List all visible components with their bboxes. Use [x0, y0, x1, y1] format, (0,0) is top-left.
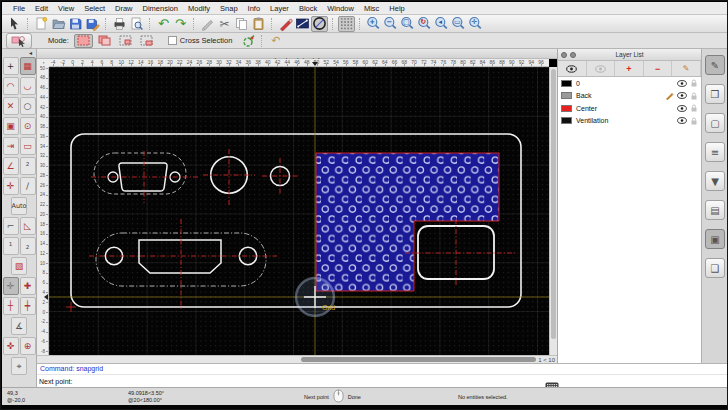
coordinate-polar-button[interactable]: ◺ — [20, 217, 36, 235]
edit-pencil-button[interactable] — [199, 16, 216, 32]
cut-button[interactable]: ✂ — [216, 16, 233, 32]
restrict-horizontal-button[interactable]: ┼ — [3, 297, 19, 315]
new-drawing-button[interactable] — [33, 16, 50, 32]
menu-block[interactable]: Block — [294, 4, 322, 13]
draw-circle-button[interactable] — [311, 16, 328, 32]
dock-command-button[interactable]: ▼ — [705, 171, 725, 191]
vertical-scrollbar[interactable] — [549, 67, 557, 355]
horizontal-scrollbar-thumb[interactable] — [301, 357, 536, 362]
restrict-orthogonal-button[interactable]: ✚ — [20, 277, 36, 295]
save-button[interactable] — [67, 16, 84, 32]
menu-draw[interactable]: Draw — [110, 4, 138, 13]
snap-cross-button[interactable]: ✛ — [3, 177, 19, 195]
coordinate-cartesian-button[interactable]: ⌐ — [3, 217, 19, 235]
snap-center-button[interactable]: ⊙ — [20, 117, 36, 135]
layer-visibility-icon[interactable] — [677, 80, 687, 87]
hide-all-layers-button[interactable] — [587, 61, 616, 76]
snap-order-button[interactable]: ² — [20, 157, 36, 175]
select-invert-button[interactable] — [137, 34, 156, 48]
sidebar-collapse-arrow[interactable]: ◂ — [2, 49, 36, 57]
zoom-auto-button[interactable]: ▢ — [399, 16, 416, 32]
snap-distance-button[interactable]: ⇥ — [3, 137, 19, 155]
dock-block-list-button[interactable]: ▤ — [705, 200, 725, 220]
layer-row[interactable]: Ventilation — [558, 115, 701, 128]
menu-file[interactable]: File — [8, 4, 30, 13]
layer-visibility-icon[interactable] — [677, 92, 687, 99]
menu-dimension[interactable]: Dimension — [138, 4, 183, 13]
open-drawing-button[interactable] — [50, 16, 67, 32]
copy-button[interactable] — [233, 16, 250, 32]
zoom-redraw-button[interactable]: ↻ — [416, 16, 433, 32]
set-relative-zero-button[interactable]: ✜ — [3, 337, 19, 355]
menu-window[interactable]: Window — [322, 4, 359, 13]
zoom-out-button[interactable]: − — [382, 16, 399, 32]
layer-lock-icon[interactable] — [690, 92, 698, 100]
print-button[interactable] — [111, 16, 128, 32]
zoom-window-button[interactable]: ▭ — [450, 16, 467, 32]
dock-quick-info-button[interactable]: ▣ — [705, 229, 725, 249]
grid-toggle-button[interactable] — [338, 16, 355, 32]
layer-visibility-icon[interactable] — [677, 105, 687, 112]
dock-pen-button[interactable]: ✎ — [705, 55, 725, 75]
dock-library-button[interactable]: ▢ — [705, 113, 725, 133]
zoom-previous-button[interactable]: ◂ — [433, 16, 450, 32]
menu-layer[interactable]: Layer — [265, 4, 294, 13]
snap-auto-button[interactable]: Auto — [11, 197, 27, 215]
layer-row[interactable]: Center — [558, 102, 701, 115]
snap-free-button[interactable]: + — [3, 57, 19, 75]
snap-on-point-button[interactable]: ▭ — [20, 137, 36, 155]
menu-help[interactable]: Help — [384, 4, 409, 13]
undo-button[interactable]: ↶ — [155, 16, 172, 32]
snap-nearest-button[interactable]: ○ — [20, 97, 36, 115]
order-first-button[interactable]: ¹ — [3, 237, 19, 255]
print-preview-button[interactable] — [128, 16, 145, 32]
layer-row[interactable]: 0 — [558, 77, 701, 90]
dock-blocks-button[interactable]: ❒ — [705, 84, 725, 104]
layer-lock-icon[interactable] — [690, 79, 698, 87]
snap-middle-button[interactable]: ▣ — [3, 117, 19, 135]
menu-modify[interactable]: Modify — [183, 4, 215, 13]
menu-edit[interactable]: Edit — [30, 4, 53, 13]
edit-layer-button[interactable]: ✎ — [672, 61, 701, 76]
snap-endpoints-button[interactable]: ◠ — [3, 77, 19, 95]
menu-select[interactable]: Select — [79, 4, 110, 13]
menu-info[interactable]: Info — [243, 4, 266, 13]
lock-zero-button[interactable]: ⌖ — [11, 357, 27, 375]
deselect-button[interactable]: ↶ — [267, 33, 284, 49]
select-entities-button[interactable] — [6, 33, 32, 49]
relative-angle-button[interactable]: ∡ — [11, 317, 27, 335]
snap-on-entity-button[interactable]: ◡ — [20, 77, 36, 95]
show-all-layers-button[interactable] — [558, 61, 587, 76]
select-pointer-button[interactable] — [6, 16, 23, 32]
draw-pen-button[interactable] — [277, 16, 294, 32]
dock-clipboard-button[interactable]: ❑ — [705, 258, 725, 278]
cross-selection-checkbox[interactable] — [168, 36, 177, 45]
restrict-vertical-button[interactable]: ┿ — [20, 297, 36, 315]
remove-layer-button[interactable]: − — [644, 61, 673, 76]
layer-lock-icon[interactable] — [690, 117, 698, 125]
dock-entity-list-button[interactable]: ≡ — [705, 142, 725, 162]
drawing-canvas[interactable]: Grid — [49, 67, 549, 355]
layer-lock-icon[interactable] — [690, 104, 698, 112]
menu-snap[interactable]: Snap — [215, 4, 243, 13]
paste-button[interactable] — [250, 16, 267, 32]
add-layer-button[interactable]: + — [615, 61, 644, 76]
zoom-pan-button[interactable]: ✛ — [467, 16, 484, 32]
draw-line-button[interactable] — [294, 16, 311, 32]
snap-grid-button[interactable]: ▦ — [20, 57, 36, 75]
fence-selection-button[interactable] — [240, 33, 257, 49]
save-as-button[interactable] — [84, 16, 101, 32]
snap-tangent-button[interactable]: ∕ — [20, 177, 36, 195]
menu-view[interactable]: View — [53, 4, 79, 13]
selection-region-button[interactable]: ▧ — [11, 257, 27, 275]
select-remove-button[interactable] — [116, 34, 135, 48]
redo-button[interactable]: ↷ — [172, 16, 189, 32]
snap-intersection-button[interactable]: ✕ — [3, 97, 19, 115]
menu-misc[interactable]: Misc — [359, 4, 384, 13]
horizontal-scrollbar[interactable]: 1 < 10 — [37, 355, 557, 363]
vertical-scrollbar-thumb[interactable] — [551, 69, 556, 339]
command-input[interactable] — [72, 376, 728, 386]
order-second-button[interactable]: ₂ — [20, 237, 36, 255]
lock-relative-zero-button[interactable]: ⊕ — [20, 337, 36, 355]
snap-angle-button[interactable]: ∠ — [3, 157, 19, 175]
